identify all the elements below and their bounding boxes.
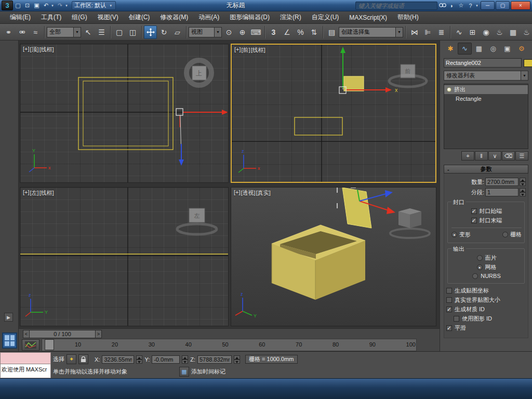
tab-display[interactable]: ▣ (500, 43, 514, 55)
schematic-view-icon[interactable]: ⊞ (466, 25, 479, 39)
menu-tools[interactable]: 工具(T) (36, 12, 66, 23)
viewport-menu-general[interactable]: [+] (234, 46, 241, 54)
selection-filter-dropdown[interactable]: 全部 ▼ (47, 27, 81, 37)
pin-stack-icon[interactable]: ⌖ (461, 151, 474, 161)
communication-center-icon[interactable]: ◗ (447, 1, 456, 10)
snap-toggle-3d-icon[interactable]: 3 (267, 25, 280, 39)
adaptive-degradation-icon[interactable]: ▦ (179, 367, 189, 377)
viewport-menu-shading[interactable]: [线框] (39, 189, 54, 197)
tab-hierarchy[interactable]: ▦ (472, 43, 486, 55)
gen-material-ids-checkbox[interactable]: ✓ (446, 307, 452, 312)
modifier-bulb-icon[interactable] (447, 87, 451, 92)
layer-manager-icon[interactable]: ≣ (435, 25, 448, 39)
configure-modifier-sets-icon[interactable]: ☰ (515, 151, 528, 161)
render-setup-icon[interactable]: ♨ (493, 25, 506, 39)
y-coord-spinner[interactable] (182, 355, 188, 364)
unlink-selection-icon[interactable]: ⚮ (16, 25, 29, 39)
time-slider-label[interactable]: 0 / 100 (30, 330, 95, 338)
amount-spinner[interactable] (520, 178, 526, 186)
workspace-dropdown[interactable]: 工作区: 默认 ▼ (72, 1, 116, 10)
viewport-front[interactable]: 前 x z x [+] [前] (231, 44, 436, 183)
select-and-link-icon[interactable]: ⚭ (2, 25, 15, 39)
chevron-down-icon[interactable]: ▼ (521, 71, 528, 80)
y-coord-field[interactable] (152, 355, 180, 364)
previous-frame-arrow[interactable]: < (23, 330, 30, 338)
align-icon[interactable]: ⊫ (421, 25, 434, 39)
help-icon[interactable]: ? (466, 1, 475, 10)
show-end-result-icon[interactable]: ‖ (475, 151, 488, 161)
z-coord-spinner[interactable] (234, 355, 240, 364)
mini-curve-editor-button[interactable] (22, 339, 39, 351)
chevron-down-icon[interactable]: ▼ (395, 28, 403, 37)
menu-help[interactable]: 帮助(H) (393, 12, 423, 23)
viewport-perspective[interactable]: z Y [+] [透视] [真实] (231, 187, 436, 326)
spinner-snap-toggle-icon[interactable]: ⇅ (308, 25, 321, 39)
viewport-menu-pov[interactable]: [顶] (30, 46, 39, 54)
app-logo-icon[interactable]: 3 (2, 1, 13, 10)
curve-editor-icon[interactable]: ∿ (453, 25, 466, 39)
isolate-selection-icon[interactable]: ✦ (66, 354, 76, 364)
modifier-list-dropdown[interactable]: 修改器列表 ▼ (444, 71, 528, 81)
viewport-menu-pov[interactable]: [前] (242, 46, 250, 54)
viewport-menu-shading[interactable]: [真实] (256, 189, 271, 197)
next-frame-arrow[interactable]: > (95, 330, 102, 338)
morph-radio[interactable]: ● (451, 232, 457, 237)
menu-modifiers[interactable]: 修改器(M) (155, 12, 193, 23)
segments-field[interactable] (485, 188, 518, 196)
select-and-rotate-icon[interactable]: ↻ (157, 25, 170, 39)
menu-graph-editors[interactable]: 图形编辑器(D) (225, 12, 274, 23)
parameters-rollout-header[interactable]: - 参数 (444, 165, 528, 174)
viewport-layout-tabs-button[interactable] (2, 332, 17, 349)
window-crossing-toggle-icon[interactable]: ◫ (126, 25, 139, 39)
object-name-field[interactable] (444, 58, 522, 68)
tab-modify[interactable]: ∿ (458, 43, 471, 55)
viewport-menu-pov[interactable]: [左] (30, 189, 39, 197)
time-slider[interactable]: < 0 / 100 > (23, 330, 102, 338)
bind-to-space-warp-icon[interactable]: ≈ (29, 25, 42, 39)
menu-maxscript[interactable]: MAXScript(X) (344, 13, 392, 22)
redo-flyout-icon[interactable]: ▼ (65, 4, 69, 7)
remove-modifier-icon[interactable]: ⌫ (502, 151, 515, 161)
edit-named-selection-sets-icon[interactable]: ▤ (325, 25, 338, 39)
viewport-menu-general[interactable]: [+] (23, 46, 30, 54)
keyboard-shortcut-override-icon[interactable]: ⌨ (249, 25, 262, 39)
layout-tabbar-arrow[interactable]: ▶ (4, 313, 13, 322)
smooth-checkbox[interactable]: ✓ (446, 325, 452, 331)
real-world-map-checkbox[interactable] (446, 297, 452, 303)
close-button[interactable]: × (511, 1, 530, 10)
viewport-left[interactable]: 左 z Y [+] [左] [线框] (20, 187, 229, 326)
select-object-icon[interactable]: ↖ (82, 25, 95, 39)
percent-snap-toggle-icon[interactable]: % (294, 25, 307, 39)
search-icon[interactable] (438, 1, 447, 10)
tab-motion[interactable]: ◎ (486, 43, 500, 55)
undo-flyout-icon[interactable]: ▼ (51, 4, 55, 7)
cap-start-checkbox[interactable]: ✓ (471, 208, 477, 214)
object-color-swatch[interactable] (524, 59, 532, 67)
infocenter-search-input[interactable] (355, 2, 437, 10)
menu-edit[interactable]: 编辑(E) (5, 12, 35, 23)
use-pivot-point-center-icon[interactable]: ⊙ (222, 25, 235, 39)
make-unique-icon[interactable]: ∨ (488, 151, 501, 161)
select-and-move-icon[interactable] (144, 25, 157, 39)
gen-mapping-coords-checkbox[interactable] (446, 288, 452, 294)
named-selection-set-combo[interactable]: 创建选择集 ▼ (339, 27, 403, 37)
use-shape-ids-checkbox[interactable] (454, 316, 459, 322)
z-coord-field[interactable] (197, 355, 232, 364)
favorites-star-icon[interactable]: ☆ (457, 1, 466, 10)
selection-lock-icon[interactable] (78, 354, 88, 364)
reference-coordinate-dropdown[interactable]: 视图 ▼ (189, 27, 222, 37)
open-file-icon[interactable]: ⊡ (23, 1, 32, 10)
menu-create[interactable]: 创建(C) (124, 12, 155, 23)
viewport-menu-general[interactable]: [+] (234, 189, 241, 197)
macro-recorder-pane[interactable] (0, 352, 51, 364)
add-time-tag[interactable]: 添加时间标记 (191, 368, 225, 376)
help-flyout-icon[interactable]: ▼ (475, 4, 480, 7)
viewport-menu-shading[interactable]: [线框] (39, 46, 54, 54)
tab-create[interactable]: ✱ (444, 43, 457, 55)
viewport-menu-general[interactable]: [+] (23, 189, 30, 197)
x-coord-field[interactable] (102, 355, 134, 364)
save-file-icon[interactable]: ▣ (32, 1, 41, 10)
select-and-scale-icon[interactable]: ▱ (171, 25, 184, 39)
current-frame-marker[interactable] (45, 339, 54, 350)
minimize-button[interactable]: ─ (481, 1, 495, 10)
